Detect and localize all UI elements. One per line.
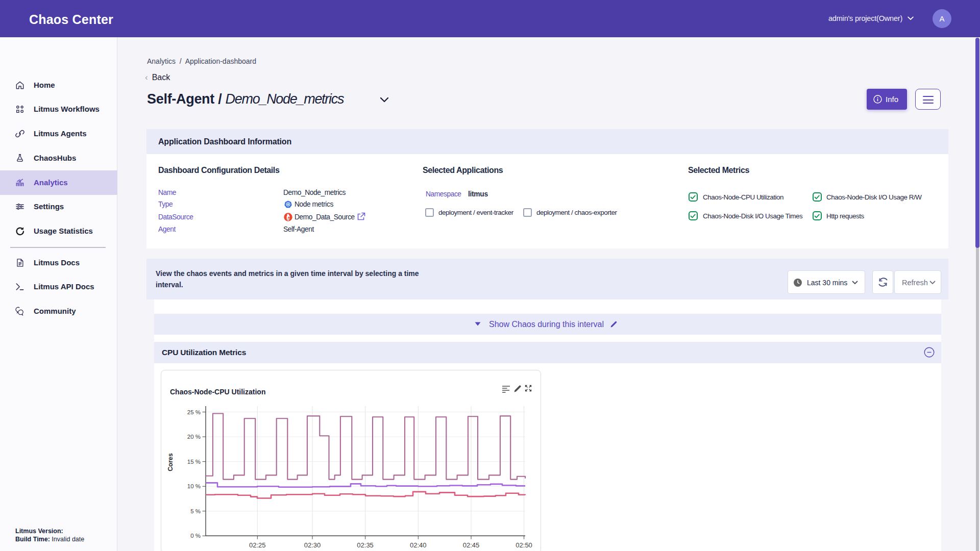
svg-text:02:50: 02:50 xyxy=(516,541,532,549)
svg-text:15 %: 15 % xyxy=(187,459,201,465)
svg-text:02:25: 02:25 xyxy=(249,541,266,549)
svg-text:02:35: 02:35 xyxy=(357,541,374,549)
svg-text:Cores: Cores xyxy=(167,453,174,471)
svg-text:02:40: 02:40 xyxy=(410,541,427,549)
svg-text:0 %: 0 % xyxy=(190,533,201,539)
svg-text:02:45: 02:45 xyxy=(463,541,480,549)
svg-text:02:30: 02:30 xyxy=(304,541,321,549)
svg-text:20 %: 20 % xyxy=(187,434,201,440)
svg-text:10 %: 10 % xyxy=(187,483,201,489)
svg-text:25 %: 25 % xyxy=(187,409,201,415)
svg-text:5 %: 5 % xyxy=(190,508,201,514)
